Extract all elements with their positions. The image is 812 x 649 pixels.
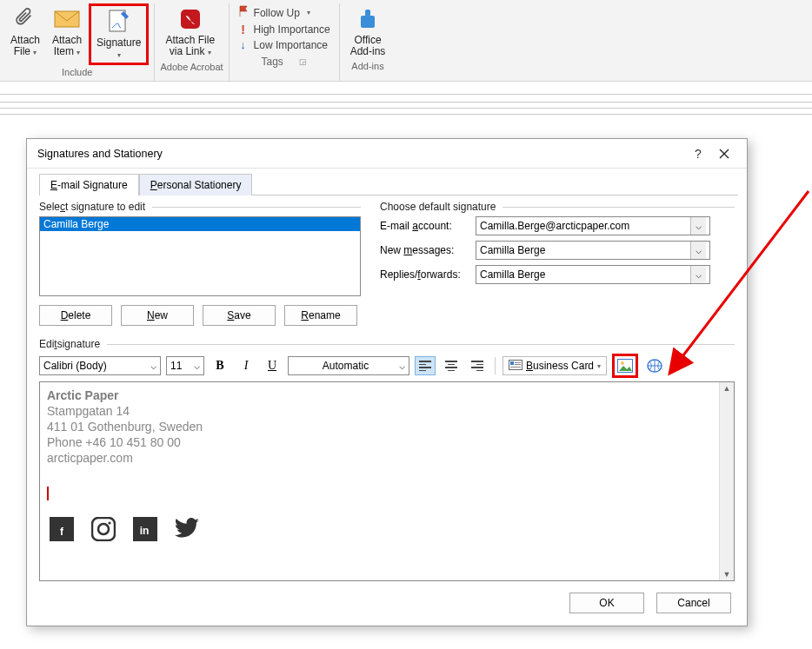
dialog-title: Signatures and Stationery: [37, 148, 688, 160]
document-rule: [0, 94, 812, 103]
arrow-down-icon: ↓: [238, 38, 249, 52]
delete-button[interactable]: Delete: [39, 305, 112, 326]
new-messages-combo[interactable]: Camilla Berge⌵: [476, 241, 710, 260]
signature-label: Signature▾: [97, 37, 141, 61]
scroll-up-icon: ▲: [723, 382, 731, 394]
attach-via-link-label: Attach File via Link ▾: [165, 35, 215, 58]
linkedin-icon: in: [130, 514, 160, 544]
signatures-dialog: Signatures and Stationery ? E-mail Signa…: [26, 138, 748, 626]
close-icon: [719, 149, 729, 159]
help-button[interactable]: ?: [688, 147, 709, 161]
facebook-icon: f: [47, 514, 77, 544]
replies-forwards-combo[interactable]: Camilla Berge⌵: [476, 265, 710, 284]
italic-button[interactable]: I: [236, 356, 256, 375]
scroll-down-icon: ▼: [723, 568, 731, 580]
svg-rect-8: [515, 364, 521, 365]
attach-via-link-button[interactable]: Attach File via Link ▾: [160, 3, 220, 60]
save-button[interactable]: Save: [203, 305, 276, 326]
ribbon-group-addins: Office Add-ins Add-ins: [340, 3, 396, 81]
chevron-down-icon: ⌵: [194, 360, 200, 372]
svg-rect-15: [92, 518, 115, 540]
instagram-icon: [89, 514, 118, 544]
font-color-combo[interactable]: Automatic⌵: [288, 356, 409, 375]
office-addins-button[interactable]: Office Add-ins: [345, 3, 391, 59]
tab-email-signature[interactable]: E-mail Signature: [39, 174, 139, 195]
group-label-tags: Tags: [261, 56, 283, 68]
default-signature-section: Choose default signature E-mail account:…: [380, 201, 735, 326]
attach-item-label: Attach Item ▾: [52, 35, 82, 58]
font-size-combo[interactable]: 11⌵: [166, 356, 204, 375]
close-button[interactable]: [709, 142, 740, 165]
svg-rect-2: [181, 10, 200, 29]
flag-icon: [238, 5, 249, 21]
chevron-down-icon: ⌵: [690, 217, 706, 235]
email-account-combo[interactable]: Camilla.Berge@arcticpaper.com⌵: [476, 216, 710, 235]
tab-personal-stationery[interactable]: Personal Stationery: [139, 174, 253, 195]
picture-icon: [617, 359, 633, 373]
low-importance-button[interactable]: ↓ Low Importance: [238, 38, 330, 52]
ok-button[interactable]: OK: [569, 593, 644, 613]
align-center-button[interactable]: [441, 356, 462, 375]
tab-strip: E-mail Signature Personal Stationery: [39, 174, 738, 195]
chevron-down-icon: ⌵: [150, 360, 156, 372]
bold-button[interactable]: B: [210, 356, 230, 375]
signature-button[interactable]: Signature▾: [89, 3, 149, 65]
attach-file-label: Attach File ▾: [10, 35, 40, 58]
text-cursor: [47, 487, 49, 500]
email-account-label: E-mail account:: [380, 220, 476, 232]
select-signature-section: Select signature to edit Camilla Berge D…: [39, 201, 361, 326]
signature-editor[interactable]: Arctic Paper Stampgatan 14 411 01 Gothen…: [39, 381, 735, 581]
ribbon-group-tags: Follow Up▾ ! High Importance ↓ Low Impor…: [230, 3, 340, 81]
new-messages-label: New messages:: [380, 244, 476, 256]
svg-point-17: [108, 521, 110, 524]
edit-signature-label: Edit signature: [39, 338, 735, 350]
svg-rect-7: [515, 362, 521, 363]
editor-toolbar: Calibri (Body)⌵ 11⌵ B I U Automatic⌵ Bus…: [39, 354, 735, 378]
toolbar-divider: [495, 357, 496, 374]
svg-point-11: [621, 361, 624, 365]
chevron-down-icon: ⌵: [399, 360, 405, 372]
font-family-combo[interactable]: Calibri (Body)⌵: [39, 356, 161, 375]
tags-dialog-launcher[interactable]: ◲: [296, 57, 307, 66]
rename-button[interactable]: Rename: [284, 305, 357, 326]
insert-hyperlink-button[interactable]: [643, 356, 666, 375]
exclamation-icon: !: [238, 23, 249, 36]
underline-button[interactable]: U: [262, 356, 283, 375]
svg-point-16: [98, 524, 109, 534]
svg-text:in: in: [140, 525, 150, 537]
align-left-button[interactable]: [415, 356, 436, 375]
chevron-down-icon: ⌵: [690, 242, 706, 259]
ribbon-group-include: Attach File ▾ Attach Item ▾ Signature▾ I…: [0, 3, 155, 81]
paperclip-icon: [11, 5, 39, 33]
dialog-titlebar[interactable]: Signatures and Stationery ?: [27, 139, 747, 169]
new-button[interactable]: New: [121, 305, 194, 326]
default-signature-label: Choose default signature: [380, 201, 735, 213]
svg-rect-9: [510, 367, 521, 368]
cancel-button[interactable]: Cancel: [656, 593, 731, 613]
signature-listbox[interactable]: Camilla Berge: [39, 216, 361, 296]
business-card-button[interactable]: Business Card ▾: [503, 356, 607, 375]
insert-picture-button[interactable]: [612, 354, 638, 378]
group-label-addins: Add-ins: [345, 59, 391, 73]
pdf-icon: [176, 5, 204, 33]
addins-icon: [354, 5, 382, 33]
select-signature-label: Select signature to edit: [39, 201, 361, 213]
editor-scrollbar[interactable]: ▲ ▼: [719, 382, 734, 580]
ribbon-group-adobe: Attach File via Link ▾ Adobe Acrobat: [155, 3, 229, 81]
business-card-icon: [509, 359, 522, 374]
ribbon: Attach File ▾ Attach Item ▾ Signature▾ I…: [0, 0, 812, 82]
svg-rect-3: [361, 16, 375, 28]
follow-up-button[interactable]: Follow Up▾: [238, 5, 330, 21]
attach-item-button[interactable]: Attach Item ▾: [47, 3, 87, 60]
high-importance-button[interactable]: ! High Importance: [238, 23, 330, 36]
align-right-button[interactable]: [467, 356, 488, 375]
group-label-include: Include: [5, 65, 149, 79]
chevron-down-icon: ⌵: [690, 266, 706, 283]
signature-list-item[interactable]: Camilla Berge: [40, 217, 360, 231]
replies-forwards-label: Replies/forwards:: [380, 268, 476, 281]
social-icons-row: f in: [47, 514, 727, 544]
group-label-adobe: Adobe Acrobat: [160, 60, 223, 74]
attach-file-button[interactable]: Attach File ▾: [5, 3, 45, 60]
chevron-down-icon: ▾: [597, 362, 601, 370]
hyperlink-icon: [646, 358, 663, 374]
